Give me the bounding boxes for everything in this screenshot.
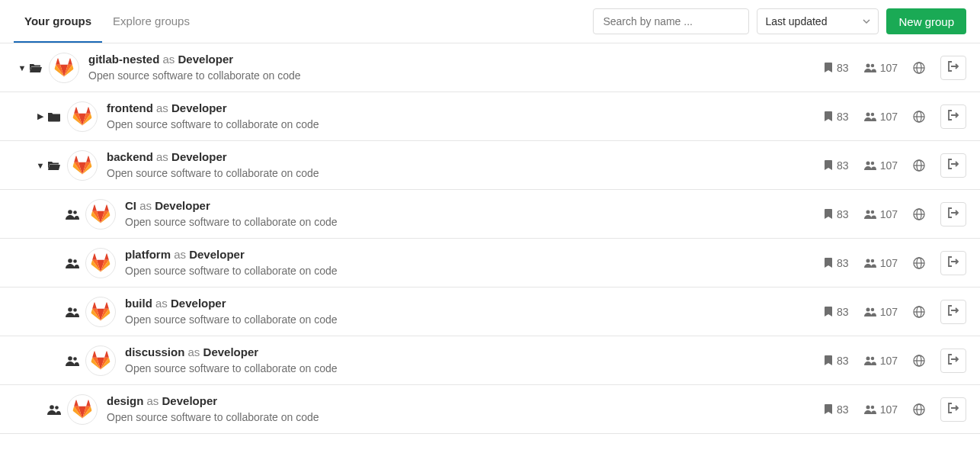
as-text: as — [188, 345, 200, 358]
group-info: frontend as Developer Open source softwa… — [107, 100, 824, 133]
group-name-link[interactable]: design — [107, 394, 143, 407]
svg-point-23 — [73, 259, 77, 263]
stat-members: 107 — [864, 62, 898, 74]
leave-group-button[interactable] — [940, 104, 966, 129]
sort-select[interactable]: Last updated — [757, 8, 879, 34]
members-count: 107 — [880, 159, 898, 172]
tab-explore-groups[interactable]: Explore groups — [102, 1, 200, 43]
leave-icon — [947, 60, 959, 75]
group-name-link[interactable]: backend — [107, 150, 153, 163]
group-avatar[interactable] — [67, 101, 98, 132]
leave-icon — [947, 304, 959, 319]
svg-point-39 — [870, 356, 873, 359]
svg-point-1 — [870, 63, 873, 66]
visibility-public-icon — [913, 111, 925, 123]
svg-point-38 — [866, 356, 870, 360]
group-name-link[interactable]: build — [125, 297, 152, 310]
new-group-button[interactable]: New group — [886, 8, 966, 34]
group-avatar[interactable] — [49, 53, 79, 83]
group-description: Open source software to collaborate on c… — [107, 166, 824, 182]
stat-members: 107 — [864, 208, 898, 220]
svg-point-31 — [866, 307, 870, 311]
leave-group-button[interactable] — [940, 349, 966, 373]
group-row: ▼ gitlab-nested as Developer Open source… — [0, 43, 980, 92]
tab-your-groups[interactable]: Your groups — [14, 1, 102, 43]
members-icon — [864, 209, 876, 220]
visibility-public-icon — [913, 306, 925, 318]
as-text: as — [147, 394, 159, 407]
leave-group-button[interactable] — [940, 397, 966, 422]
group-avatar[interactable] — [85, 297, 116, 327]
leave-icon — [947, 109, 959, 124]
group-description: Open source software to collaborate on c… — [125, 264, 824, 279]
bookmark-icon — [824, 111, 833, 122]
groups-list: ▼ gitlab-nested as Developer Open source… — [0, 43, 980, 434]
stat-bookmarks: 83 — [824, 306, 849, 318]
leave-group-button[interactable] — [940, 202, 966, 226]
group-role: Developer — [203, 345, 259, 358]
caret-toggle[interactable]: ▼ — [35, 161, 46, 170]
svg-point-45 — [866, 405, 870, 409]
svg-point-18 — [870, 210, 873, 213]
folder-icon — [46, 111, 62, 122]
folder-open-icon — [27, 63, 44, 73]
chevron-down-icon — [863, 18, 870, 25]
group-row: ▶ frontend as Developer Open source soft… — [0, 92, 980, 141]
visibility-public-icon — [913, 403, 925, 416]
svg-point-32 — [870, 307, 873, 310]
group-role: Developer — [189, 248, 245, 261]
bookmarks-count: 83 — [837, 355, 849, 367]
group-role: Developer — [171, 297, 226, 310]
svg-point-0 — [866, 63, 870, 67]
group-name-link[interactable]: CI — [125, 199, 136, 212]
group-name-link[interactable]: discussion — [125, 345, 184, 358]
members-count: 107 — [880, 208, 898, 220]
svg-point-16 — [73, 210, 77, 214]
visibility-public-icon — [913, 355, 925, 367]
leave-group-button[interactable] — [940, 300, 966, 324]
group-avatar[interactable] — [85, 199, 116, 230]
group-name-link[interactable]: frontend — [107, 101, 153, 114]
leave-icon — [947, 255, 959, 270]
svg-point-46 — [870, 405, 873, 408]
group-role: Developer — [178, 53, 234, 66]
group-name-link[interactable]: gitlab-nested — [88, 53, 159, 66]
users-icon — [46, 404, 62, 415]
bookmark-icon — [824, 209, 833, 220]
group-avatar[interactable] — [67, 394, 98, 425]
leave-group-button[interactable] — [940, 251, 966, 275]
group-description: Open source software to collaborate on c… — [125, 215, 824, 230]
group-description: Open source software to collaborate on c… — [107, 117, 824, 133]
bookmarks-count: 83 — [837, 306, 849, 318]
stat-bookmarks: 83 — [824, 62, 849, 74]
stat-bookmarks: 83 — [824, 257, 849, 269]
stat-members: 107 — [864, 159, 898, 172]
svg-point-10 — [866, 161, 870, 165]
users-icon — [64, 209, 81, 220]
group-row: design as Developer Open source software… — [0, 385, 980, 434]
group-avatar[interactable] — [67, 150, 98, 181]
leave-icon — [947, 353, 959, 368]
bookmark-icon — [824, 355, 833, 366]
bookmarks-count: 83 — [837, 111, 849, 123]
group-row: build as Developer Open source software … — [0, 288, 980, 336]
group-description: Open source software to collaborate on c… — [125, 361, 824, 377]
caret-toggle[interactable]: ▼ — [17, 63, 27, 72]
stat-members: 107 — [864, 111, 898, 123]
members-icon — [864, 404, 876, 415]
group-info: build as Developer Open source software … — [125, 295, 824, 328]
group-row: discussion as Developer Open source soft… — [0, 336, 980, 385]
as-text: as — [174, 248, 186, 261]
group-avatar[interactable] — [85, 248, 116, 278]
group-name-link[interactable]: platform — [125, 248, 171, 261]
leave-icon — [947, 158, 959, 172]
search-input[interactable] — [593, 8, 749, 34]
leave-group-button[interactable] — [940, 56, 966, 80]
group-row: CI as Developer Open source software to … — [0, 190, 980, 239]
leave-group-button[interactable] — [940, 153, 966, 178]
svg-point-22 — [68, 259, 72, 263]
bookmark-icon — [824, 258, 833, 268]
group-avatar[interactable] — [85, 345, 116, 376]
as-text: as — [156, 101, 168, 114]
caret-toggle[interactable]: ▶ — [35, 111, 46, 121]
